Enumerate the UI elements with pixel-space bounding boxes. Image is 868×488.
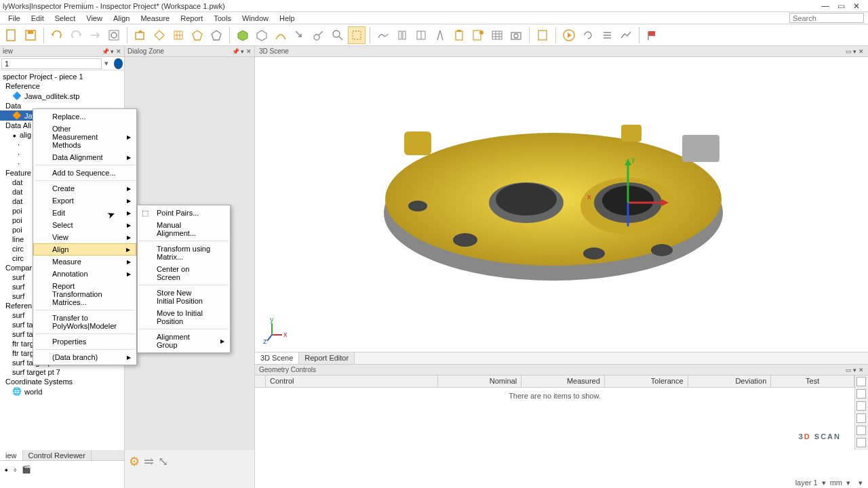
tree-coord[interactable]: Coordinate Systems [0, 377, 124, 386]
gear-orange-icon[interactable]: ⚙ [129, 454, 140, 484]
menu-item-add-to-sequence-[interactable]: Add to Sequence... [33, 167, 136, 179]
scene-controls[interactable]: ▭ ▾ ✕ [846, 48, 864, 55]
menu-item-measure[interactable]: Measure▶ [33, 256, 136, 268]
side-btn-4[interactable] [856, 413, 866, 423]
menu-item-move-to-initial-position[interactable]: Move to Initial Position [138, 307, 230, 327]
mesh2-icon[interactable] [208, 26, 225, 44]
menu-item-select[interactable]: Select▶ [33, 219, 136, 231]
axis-icon[interactable]: ⤡ [158, 454, 168, 484]
menu-align[interactable]: Align [109, 13, 134, 24]
menu-window[interactable]: Window [238, 13, 273, 24]
redo2-icon[interactable] [86, 26, 104, 44]
tool-b-icon[interactable]: ⬨ [13, 465, 18, 474]
compass-icon[interactable] [431, 26, 449, 44]
tree-ref-item[interactable]: 🔷 Jawa_odlitek.stp [0, 91, 124, 101]
side-btn-2[interactable] [856, 389, 866, 399]
side-btn-5[interactable] [856, 426, 866, 435]
probe-icon[interactable] [310, 26, 328, 44]
arrow-icon[interactable] [291, 26, 309, 44]
tab-report-editor[interactable]: Report Editor [299, 352, 355, 364]
col-nominal[interactable]: Nominal [438, 375, 521, 387]
menu-view[interactable]: View [82, 13, 106, 24]
col-measured[interactable]: Measured [521, 375, 605, 387]
mesh-icon[interactable] [189, 26, 206, 44]
tool-c-icon[interactable]: 🎬 [22, 465, 31, 474]
menu-item-other-measurement-methods[interactable]: Other Measurement Methods▶ [33, 123, 136, 151]
new-icon[interactable] [3, 26, 20, 44]
col-control[interactable]: Control [266, 375, 438, 387]
menu-edit[interactable]: Edit [27, 13, 48, 24]
play-icon[interactable] [560, 26, 578, 44]
dialog-controls[interactable]: 📌 ▾ ✕ [232, 48, 252, 55]
panel-controls[interactable]: 📌 ▾ ✕ [102, 48, 121, 55]
geometry-controls-buttons[interactable]: ▭ ▾ ✕ [846, 367, 864, 373]
menu-measure[interactable]: Measure [136, 13, 174, 24]
menu-file[interactable]: File [4, 13, 24, 24]
menu-item-report-transformation-matrices-[interactable]: Report Transformation Matrices... [33, 280, 136, 308]
menu-item-annotation[interactable]: Annotation▶ [33, 268, 136, 280]
3d-viewport[interactable]: x y x y z [255, 57, 868, 352]
surface-icon[interactable] [374, 26, 392, 44]
tree-root[interactable]: spector Project - piece 1 [0, 72, 124, 81]
redo-icon[interactable] [67, 26, 85, 44]
link-icon[interactable]: ⥤ [144, 454, 154, 484]
menu-item-alignment-group[interactable]: Alignment Group▶ [138, 331, 230, 351]
tab-3d-scene[interactable]: 3D Scene [255, 352, 299, 364]
select-box-icon[interactable] [348, 26, 366, 44]
tree-reference[interactable]: Reference [0, 81, 124, 91]
refresh-icon[interactable] [579, 26, 597, 44]
menu-item-properties[interactable]: Properties [33, 336, 136, 348]
menu-report[interactable]: Report [176, 13, 207, 24]
list-icon[interactable] [598, 26, 616, 44]
side-btn-6[interactable] [856, 438, 866, 447]
menu-select[interactable]: Select [51, 13, 80, 24]
clipboard-icon[interactable] [450, 26, 468, 44]
menu-item-transfer-to-polyworks-modeler[interactable]: Transfer to PolyWorks|Modeler [33, 312, 136, 332]
undo-icon[interactable] [48, 26, 66, 44]
maximize-button[interactable]: ▭ [837, 1, 845, 11]
col-tolerance[interactable]: Tolerance [605, 375, 688, 387]
menu-help[interactable]: Help [275, 13, 299, 24]
tree-r6[interactable]: surf target pt 7 [0, 367, 124, 377]
zoom-icon[interactable] [329, 26, 347, 44]
grid-icon[interactable] [170, 26, 187, 44]
menu-item-create[interactable]: Create▶ [33, 182, 136, 195]
menu-item-point-pairs-[interactable]: ⬚Point Pairs... [138, 207, 230, 219]
gauge1-icon[interactable] [393, 26, 411, 44]
save-icon[interactable] [22, 26, 39, 44]
menu-tools[interactable]: Tools [210, 13, 235, 24]
close-button[interactable]: ✕ [853, 1, 860, 11]
menu-item-export[interactable]: Export▶ [33, 195, 136, 207]
gauge2-icon[interactable] [412, 26, 430, 44]
side-btn-3[interactable] [856, 401, 866, 411]
tab-control-reviewer[interactable]: Control Reviewer [23, 450, 92, 460]
menu-item-edit[interactable]: Edit▶ [33, 207, 136, 219]
col-deviation[interactable]: Deviation [688, 375, 772, 387]
menu-item-replace-[interactable]: Replace... [33, 110, 136, 123]
menu-item-transform-using-matrix-[interactable]: Transform using Matrix... [138, 243, 230, 263]
menu-item-data-alignment[interactable]: Data Alignment▶ [33, 151, 136, 163]
add-note-icon[interactable] [469, 26, 487, 44]
globe-icon[interactable] [114, 58, 123, 69]
menu-item--data-branch-[interactable]: (Data branch)▶ [33, 351, 136, 363]
import-icon[interactable] [132, 26, 149, 44]
chart-icon[interactable] [617, 26, 635, 44]
menu-item-view[interactable]: View▶ [33, 231, 136, 243]
menu-item-store-new-initial-position[interactable]: Store New Initial Position [138, 287, 230, 307]
side-btn-1[interactable] [856, 377, 866, 386]
menu-item-center-on-screen[interactable]: Center on Screen [138, 263, 230, 283]
curve-icon[interactable] [272, 26, 290, 44]
cube-icon[interactable] [234, 26, 252, 44]
table-icon[interactable] [488, 26, 506, 44]
minimize-button[interactable]: — [821, 1, 829, 11]
scan-icon[interactable] [151, 26, 168, 44]
camera-icon[interactable] [507, 26, 525, 44]
tool-a-icon[interactable]: ⬥ [4, 465, 9, 474]
settings-icon[interactable] [105, 26, 123, 44]
cube2-icon[interactable] [253, 26, 271, 44]
tab-view[interactable]: iew [0, 450, 23, 460]
col-test[interactable]: Test [771, 375, 854, 387]
menu-item-manual-alignment-[interactable]: Manual Alignment... [138, 219, 230, 239]
tree-world[interactable]: 🌐 world [0, 386, 124, 396]
search-input[interactable] [789, 13, 864, 23]
